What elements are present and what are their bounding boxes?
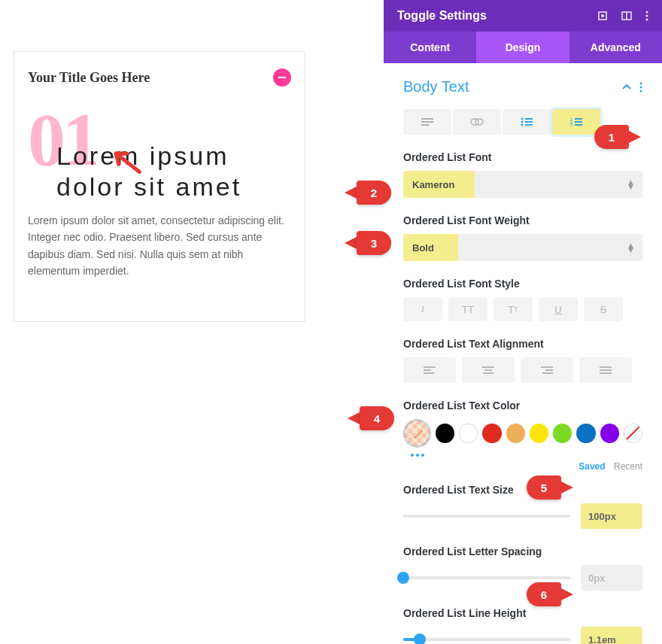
size-input[interactable]: 100px xyxy=(581,503,642,529)
label-spacing: Ordered List Letter Spacing xyxy=(403,545,642,557)
svg-point-17 xyxy=(521,121,524,123)
select-arrows-icon: ▲▼ xyxy=(627,243,635,252)
tab-advanced[interactable]: Advanced xyxy=(569,32,662,63)
text-tab-link[interactable] xyxy=(453,109,501,135)
heading-line1: Lorem ipsum xyxy=(56,141,229,170)
tab-content[interactable]: Content xyxy=(384,32,476,63)
align-buttons xyxy=(403,357,642,383)
heading-line2: dolor sit amet xyxy=(56,172,241,201)
field-font: Ordered List Font Kameron ▲▼ xyxy=(403,151,642,198)
field-spacing: Ordered List Letter Spacing 0px xyxy=(403,545,642,591)
svg-point-19 xyxy=(521,124,524,126)
svg-point-1 xyxy=(601,14,604,17)
swatch-green[interactable] xyxy=(553,424,572,443)
select-font-value: Kameron xyxy=(412,179,454,190)
label-color: Ordered List Text Color xyxy=(403,399,642,412)
field-color: Ordered List Text Color Saved Recent xyxy=(403,399,642,457)
section-icons xyxy=(621,82,642,93)
label-lineheight: Ordered List Line Height xyxy=(403,607,642,619)
label-font: Ordered List Font xyxy=(403,151,642,163)
panel-tabs: Content Design Advanced xyxy=(384,32,662,63)
panel-body[interactable]: Body Text 123 xyxy=(384,63,662,644)
saved-tab[interactable]: Saved xyxy=(578,461,605,472)
select-weight-value: Bold xyxy=(412,242,434,254)
swatch-tabs: Saved Recent xyxy=(578,461,642,472)
svg-point-7 xyxy=(640,82,642,84)
label-size: Ordered List Text Size xyxy=(403,484,642,496)
field-style: Ordered List Font Style I TT TT U S xyxy=(403,278,642,321)
spacing-slider[interactable] xyxy=(403,576,570,579)
section-header: Body Text xyxy=(403,78,642,96)
spacing-thumb[interactable] xyxy=(397,572,409,584)
color-picker-button[interactable] xyxy=(403,419,431,448)
uppercase-button[interactable]: TT xyxy=(448,297,487,321)
swatch-purple[interactable] xyxy=(600,424,619,443)
section-title: Body Text xyxy=(403,78,469,96)
collapse-toggle-button[interactable] xyxy=(273,68,291,87)
swatch-black[interactable] xyxy=(436,424,454,443)
expand-icon[interactable] xyxy=(597,11,608,21)
text-tab-ul[interactable] xyxy=(503,109,551,135)
size-slider-row: 100px xyxy=(403,503,642,529)
ordered-heading-block: 01 Lorem ipsum dolor sit amet xyxy=(28,108,291,172)
smallcaps-button[interactable]: TT xyxy=(493,297,533,321)
recent-tab[interactable]: Recent xyxy=(614,461,642,472)
svg-point-9 xyxy=(640,90,642,92)
lineheight-thumb[interactable] xyxy=(414,633,426,644)
size-slider[interactable] xyxy=(403,515,570,518)
swatch-white[interactable] xyxy=(459,424,478,443)
select-weight[interactable]: Bold ▲▼ xyxy=(403,234,642,261)
svg-text:3: 3 xyxy=(570,123,572,126)
spacing-slider-row: 0px xyxy=(403,565,642,591)
align-justify-button[interactable] xyxy=(579,357,632,383)
swatch-yellow[interactable] xyxy=(530,424,548,443)
label-align: Ordered List Text Alignment xyxy=(403,338,642,350)
svg-point-14 xyxy=(475,119,483,125)
strikethrough-button[interactable]: S xyxy=(584,297,623,321)
swatch-none[interactable] xyxy=(624,424,642,443)
align-left-button[interactable] xyxy=(403,357,456,383)
italic-button[interactable]: I xyxy=(403,297,442,321)
more-swatches-icon[interactable] xyxy=(411,454,642,457)
lineheight-input[interactable]: 1.1em xyxy=(581,627,642,644)
field-size: Ordered List Text Size 100px xyxy=(403,484,642,529)
body-paragraph: Lorem ipsum dolor sit amet, consectetur … xyxy=(28,212,291,280)
align-right-button[interactable] xyxy=(521,357,573,383)
lineheight-slider-row: 1.1em xyxy=(403,627,642,644)
select-font[interactable]: Kameron ▲▼ xyxy=(403,171,642,198)
lineheight-slider[interactable] xyxy=(403,638,570,641)
align-center-button[interactable] xyxy=(462,357,515,383)
svg-point-15 xyxy=(521,118,524,120)
chevron-up-icon[interactable] xyxy=(621,84,632,91)
toggle-title: Your Title Goes Here xyxy=(28,70,150,86)
text-type-tabs: 123 xyxy=(403,109,642,135)
underline-button[interactable]: U xyxy=(539,297,578,321)
swatch-orange[interactable] xyxy=(506,424,525,443)
heading-text: Lorem ipsum dolor sit amet xyxy=(56,141,241,202)
more-icon[interactable] xyxy=(639,82,642,93)
columns-icon[interactable] xyxy=(621,11,632,21)
color-swatches xyxy=(403,419,642,448)
field-align: Ordered List Text Alignment xyxy=(403,338,642,383)
tab-design[interactable]: Design xyxy=(476,32,569,63)
toggle-title-row: Your Title Goes Here xyxy=(28,68,291,87)
swatch-blue[interactable] xyxy=(576,424,595,443)
panel-title: Toggle Settings xyxy=(397,9,487,23)
svg-point-4 xyxy=(646,11,648,14)
header-icons xyxy=(597,11,648,21)
text-tab-ol[interactable]: 123 xyxy=(552,109,600,135)
label-style: Ordered List Font Style xyxy=(403,278,642,290)
text-tab-paragraph[interactable] xyxy=(403,109,451,135)
field-weight: Ordered List Font Weight Bold ▲▼ xyxy=(403,214,642,261)
spacing-input[interactable]: 0px xyxy=(581,565,642,591)
svg-point-5 xyxy=(646,15,648,17)
settings-panel: Toggle Settings Content Design Advanced … xyxy=(384,0,662,644)
panel-header: Toggle Settings xyxy=(384,0,662,32)
svg-point-8 xyxy=(640,86,642,88)
preview-pane: Your Title Goes Here 01 Lorem ipsum dolo… xyxy=(14,51,305,322)
more-menu-icon[interactable] xyxy=(645,11,648,21)
swatch-red[interactable] xyxy=(482,424,501,443)
svg-point-13 xyxy=(471,119,478,125)
style-buttons: I TT TT U S xyxy=(403,297,642,321)
select-arrows-icon: ▲▼ xyxy=(627,180,635,189)
